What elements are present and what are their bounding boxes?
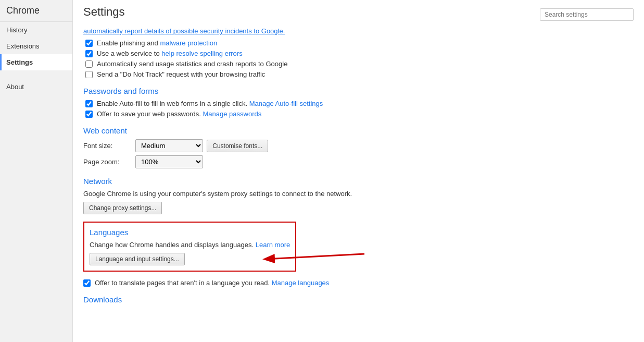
sidebar-item-settings[interactable]: Settings bbox=[0, 54, 72, 70]
autofill-row: Enable Auto-fill to fill in web forms in… bbox=[83, 100, 634, 107]
app-title: Chrome bbox=[0, 0, 72, 22]
save-passwords-label: Offer to save your web passwords. Manage… bbox=[97, 110, 261, 118]
main-content: Settings automatically report details of… bbox=[73, 0, 644, 342]
page-title: Settings bbox=[83, 5, 125, 19]
network-section-title: Network bbox=[83, 177, 634, 186]
dnt-checkbox[interactable] bbox=[85, 71, 93, 78]
sidebar: Chrome History Extensions Settings About bbox=[0, 0, 73, 342]
font-size-label: Font size: bbox=[83, 142, 135, 150]
sidebar-item-about[interactable]: About bbox=[0, 79, 72, 95]
phishing-label: Enable phishing and malware protection bbox=[97, 39, 217, 47]
languages-description: Change how Chrome handles and displays l… bbox=[90, 241, 290, 249]
autofill-settings-link[interactable]: Manage Auto-fill settings bbox=[249, 100, 323, 107]
page-zoom-select[interactable]: 75% 90% 100% 110% 125% 150% 175% 200% bbox=[135, 155, 203, 168]
search-input[interactable] bbox=[540, 8, 634, 21]
page-zoom-row: Page zoom: 75% 90% 100% 110% 125% 150% 1… bbox=[83, 155, 634, 168]
phishing-checkbox[interactable] bbox=[85, 40, 93, 47]
usage-label: Automatically send usage statistics and … bbox=[97, 60, 287, 68]
sidebar-item-extensions[interactable]: Extensions bbox=[0, 38, 72, 54]
font-size-select[interactable]: Very small Small Medium Large Very large bbox=[135, 139, 203, 152]
learn-more-link[interactable]: Learn more bbox=[256, 241, 290, 249]
translate-label: Offer to translate pages that aren't in … bbox=[95, 279, 329, 287]
usage-checkbox[interactable] bbox=[85, 60, 93, 68]
header: Settings bbox=[83, 5, 634, 24]
languages-box: Languages Change how Chrome handles and … bbox=[83, 222, 296, 272]
web-content-section-title: Web content bbox=[83, 126, 634, 135]
scrolled-content: automatically report details of possible… bbox=[83, 27, 634, 304]
page-zoom-label: Page zoom: bbox=[83, 158, 135, 166]
translate-checkbox[interactable] bbox=[83, 279, 91, 287]
change-proxy-button[interactable]: Change proxy settings... bbox=[83, 202, 162, 214]
privacy-spelling-row: Use a web service to help resolve spelli… bbox=[83, 50, 634, 57]
malware-link[interactable]: malware protection bbox=[160, 39, 217, 47]
customise-fonts-button[interactable]: Customise fonts... bbox=[207, 140, 268, 152]
font-size-row: Font size: Very small Small Medium Large… bbox=[83, 139, 634, 152]
privacy-dnt-row: Send a "Do Not Track" request with your … bbox=[83, 70, 634, 78]
network-description: Google Chrome is using your computer's s… bbox=[83, 190, 634, 198]
save-passwords-row: Offer to save your web passwords. Manage… bbox=[83, 110, 634, 118]
spelling-label: Use a web service to help resolve spelli… bbox=[97, 50, 243, 57]
manage-passwords-link[interactable]: Manage passwords bbox=[203, 110, 262, 118]
languages-section-title: Languages bbox=[90, 228, 290, 237]
passwords-section-title: Passwords and forms bbox=[83, 87, 634, 95]
translate-row: Offer to translate pages that aren't in … bbox=[83, 279, 634, 287]
manage-languages-link[interactable]: Manage languages bbox=[272, 279, 330, 287]
languages-section: Languages Change how Chrome handles and … bbox=[83, 222, 634, 276]
language-input-settings-button[interactable]: Language and input settings... bbox=[90, 253, 185, 265]
privacy-phishing-row: Enable phishing and malware protection bbox=[83, 39, 634, 47]
autofill-checkbox[interactable] bbox=[85, 100, 93, 107]
sidebar-item-history[interactable]: History bbox=[0, 22, 72, 38]
autofill-label: Enable Auto-fill to fill in web forms in… bbox=[97, 100, 323, 107]
save-passwords-checkbox[interactable] bbox=[85, 111, 93, 118]
privacy-usage-row: Automatically send usage statistics and … bbox=[83, 60, 634, 68]
downloads-section-title: Downloads bbox=[83, 295, 634, 304]
top-cut-text: automatically report details of possible… bbox=[83, 27, 396, 35]
spelling-checkbox[interactable] bbox=[85, 50, 93, 57]
dnt-label: Send a "Do Not Track" request with your … bbox=[97, 70, 265, 78]
spelling-link[interactable]: help resolve spelling errors bbox=[161, 50, 242, 57]
